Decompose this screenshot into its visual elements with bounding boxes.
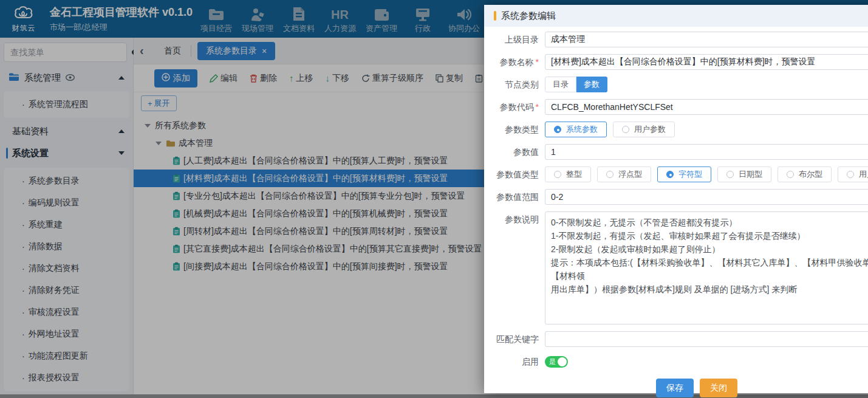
toggle-on-text: 是 [549,357,556,366]
value-range-input[interactable] [545,189,868,205]
parent-dir-input[interactable] [545,32,868,47]
radio-icon [622,126,629,133]
form-row-param-value: 参数值 [488,144,868,160]
value-type-option-string[interactable]: 字符型 [657,166,711,182]
form-row-param-code: 参数代码* [488,99,868,115]
radio-icon [787,171,794,178]
param-type-label: 参数类型 [488,122,539,137]
form-row-param-type: 参数类型 系统参数 用户参数 [488,122,868,137]
orange-accent-bar [494,11,496,21]
param-code-input[interactable] [545,99,868,115]
form-row-description: 参数说明 0-不限制发起，无提示（不管是否超都没有提示） 1-不限发制起，有提示… [488,211,868,324]
form-row-node-type: 节点类别 目录 参数 [488,77,868,92]
keyword-input[interactable] [545,331,868,347]
form-row-parent-dir: 上级目录 [488,32,868,47]
radio-icon [666,171,674,178]
form-row-param-name: 参数名称* [488,54,868,70]
param-value-label: 参数值 [488,144,539,160]
value-type-option-boolean[interactable]: 布尔型 [777,166,832,182]
radio-icon [726,171,734,178]
node-type-option-parameter[interactable]: 参数 [576,77,607,92]
value-range-label: 参数值范围 [488,189,539,205]
enabled-label: 启用 [488,354,539,369]
app-window: 财筑云 金石工程项目管理软件 v0.1.0 市场一部/总经理 项目经营 现场管理… [0,0,868,398]
param-value-input[interactable] [545,144,868,160]
form-row-enabled: 启用 是 [488,354,868,369]
param-name-label: 参数名称* [488,54,539,70]
description-label: 参数说明 [488,211,539,227]
node-type-option-directory[interactable]: 目录 [545,77,576,92]
keyword-label: 匹配关键字 [488,331,539,347]
value-type-option-date[interactable]: 日期型 [717,166,771,182]
modal-body: 上级目录 参数名称* 节点类别 目录 参数 参数代码* [484,27,868,376]
param-name-input[interactable] [545,54,868,70]
required-mark: * [536,57,539,67]
modal-title: 系统参数编辑 [501,10,556,22]
radio-icon [554,126,561,133]
radio-icon [554,171,561,178]
parent-dir-label: 上级目录 [488,32,539,47]
param-edit-modal: 系统参数编辑 上级目录 参数名称* 节点类别 目录 参数 [484,5,868,393]
param-type-option-user[interactable]: 用户参数 [613,122,675,137]
form-row-value-type: 参数值类型 整型 浮点型 字符型 日期型 布尔型 用户选择 [488,166,868,182]
param-type-option-system[interactable]: 系统参数 [545,122,607,137]
enabled-toggle[interactable]: 是 [545,356,568,368]
required-mark: * [536,102,539,112]
node-type-segment: 目录 参数 [545,77,607,92]
value-type-label: 参数值类型 [488,166,539,182]
modal-titlebar: 系统参数编辑 [484,5,868,27]
form-row-value-range: 参数值范围 [488,189,868,205]
value-type-option-integer[interactable]: 整型 [545,166,591,182]
modal-footer: 保存 关闭 [484,376,868,398]
toggle-knob [558,357,567,366]
form-row-keyword: 匹配关键字 [488,331,868,347]
close-button[interactable]: 关闭 [700,379,737,397]
param-code-label: 参数代码* [488,99,539,115]
value-type-option-user-select[interactable]: 用户选择 [838,166,868,182]
node-type-label: 节点类别 [488,77,539,92]
radio-icon [606,171,613,178]
save-button[interactable]: 保存 [656,379,694,397]
value-type-option-float[interactable]: 浮点型 [597,166,651,182]
description-textarea[interactable]: 0-不限制发起，无提示（不管是否超都没有提示） 1-不限发制起，有提示（发起、审… [545,211,868,324]
radio-icon [847,171,854,178]
